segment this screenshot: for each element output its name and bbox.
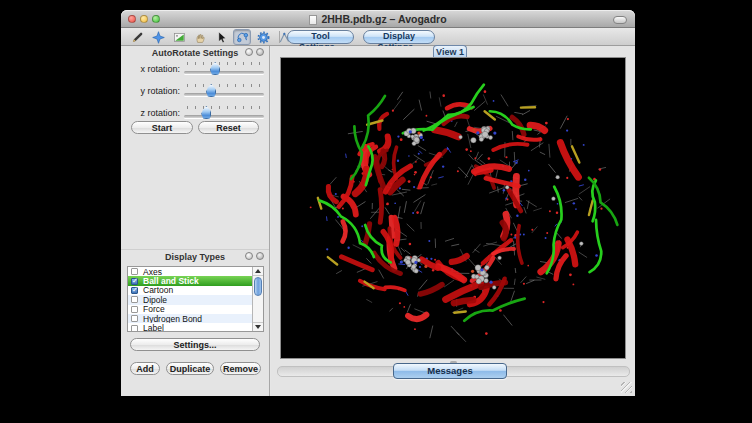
- panel-header-buttons: [245, 252, 264, 260]
- remove-button[interactable]: Remove: [220, 362, 261, 375]
- hemoglobin-molecule: [281, 58, 625, 358]
- display-type-label: Axes: [143, 267, 162, 276]
- display-types-panel-header[interactable]: Display Types: [121, 250, 269, 262]
- display-type-settings-button[interactable]: Settings...: [130, 338, 260, 351]
- slider-groove[interactable]: [184, 71, 264, 74]
- slider-groove[interactable]: [184, 115, 264, 118]
- toolbar: Tool Settings... Display Settings...: [121, 28, 635, 46]
- slider-ticks: [187, 84, 261, 87]
- slider-label: x rotation:: [127, 64, 180, 74]
- bond-centric-tool-button[interactable]: [170, 29, 188, 45]
- unchecked-checkbox-icon[interactable]: [131, 296, 138, 303]
- duplicate-button[interactable]: Duplicate: [166, 362, 214, 375]
- display-settings-button[interactable]: Display Settings...: [363, 30, 435, 44]
- scroll-up-arrow[interactable]: [253, 267, 263, 276]
- rotation-slider-row: y rotation:: [127, 80, 265, 102]
- unchecked-checkbox-icon[interactable]: [131, 268, 138, 275]
- float-panel-button[interactable]: [245, 48, 253, 56]
- slider-groove[interactable]: [184, 93, 264, 96]
- list-scrollbar[interactable]: [252, 267, 263, 331]
- toolbar-separator: [279, 31, 280, 43]
- checked-checkbox-icon[interactable]: [131, 287, 138, 294]
- auto-rotate-icon: [236, 31, 249, 44]
- checked-checkbox-icon[interactable]: [131, 278, 138, 285]
- close-panel-button[interactable]: [256, 252, 264, 260]
- auto-optimize-gear-icon: [257, 31, 270, 44]
- scroll-down-arrow[interactable]: [253, 322, 263, 331]
- slider-label: y rotation:: [127, 86, 180, 96]
- toolbar-toggle-button[interactable]: [613, 16, 627, 24]
- bond-centric-icon: [173, 31, 186, 44]
- display-type-row[interactable]: Label: [128, 323, 252, 332]
- unchecked-checkbox-icon[interactable]: [131, 315, 138, 322]
- display-types-panel: Display Types AxesBall and StickCartoonD…: [121, 249, 269, 396]
- slider-label: z rotation:: [127, 108, 180, 118]
- float-panel-button[interactable]: [245, 252, 253, 260]
- slider-ticks: [187, 62, 261, 65]
- display-type-label: Dipole: [143, 295, 167, 304]
- scroll-thumb[interactable]: [254, 277, 262, 296]
- pencil-icon: [131, 31, 144, 44]
- slider-track[interactable]: [184, 80, 264, 102]
- rotation-slider-row: x rotation:: [127, 58, 265, 80]
- tool-settings-button[interactable]: Tool Settings...: [287, 30, 354, 44]
- unchecked-checkbox-icon[interactable]: [131, 306, 138, 313]
- display-types-list: AxesBall and StickCartoonDipoleForceHydr…: [127, 266, 264, 332]
- selection-tool-button[interactable]: [212, 29, 230, 45]
- autorotate-panel-header[interactable]: AutoRotate Settings: [121, 46, 269, 58]
- display-type-row[interactable]: Dipole: [128, 295, 252, 304]
- add-button[interactable]: Add: [130, 362, 160, 375]
- document-icon: [309, 15, 317, 25]
- panel-header-buttons: [245, 48, 264, 56]
- display-type-row[interactable]: Axes: [128, 267, 252, 276]
- auto-rotate-tool-button[interactable]: [233, 29, 251, 45]
- close-panel-button[interactable]: [256, 48, 264, 56]
- slider-track[interactable]: [184, 58, 264, 80]
- auto-optimize-tool-button[interactable]: [254, 29, 272, 45]
- start-button[interactable]: Start: [131, 121, 193, 134]
- unchecked-checkbox-icon[interactable]: [131, 325, 138, 332]
- slider-ticks: [187, 106, 261, 109]
- main-area: AutoRotate Settings x rotation:y rotatio…: [121, 46, 635, 396]
- display-type-row[interactable]: Ball and Stick: [128, 276, 252, 285]
- display-type-label: Hydrogen Bond: [143, 314, 202, 323]
- titlebar[interactable]: 2HHB.pdb.gz – Avogadro: [121, 10, 635, 28]
- display-type-label: Ball and Stick: [143, 276, 199, 285]
- left-dock: AutoRotate Settings x rotation:y rotatio…: [121, 46, 270, 396]
- display-types-rows: AxesBall and StickCartoonDipoleForceHydr…: [128, 267, 252, 331]
- autorotate-panel: AutoRotate Settings x rotation:y rotatio…: [121, 46, 269, 246]
- avogadro-window: 2HHB.pdb.gz – Avogadro Tool Settings... …: [121, 10, 635, 396]
- manipulate-tool-button[interactable]: [191, 29, 209, 45]
- resize-grip[interactable]: [621, 382, 632, 393]
- display-type-row[interactable]: Cartoon: [128, 286, 252, 295]
- navigate-star-icon: [152, 31, 165, 44]
- display-type-label: Cartoon: [143, 286, 173, 295]
- manipulate-hand-icon: [194, 31, 207, 44]
- view-pane: View 1 Messages: [271, 46, 635, 396]
- draw-tool-button[interactable]: [128, 29, 146, 45]
- window-title: 2HHB.pdb.gz – Avogadro: [121, 13, 635, 25]
- navigate-tool-button[interactable]: [149, 29, 167, 45]
- display-type-label: Force: [143, 305, 165, 314]
- display-type-row[interactable]: Force: [128, 305, 252, 314]
- display-type-label: Label: [143, 323, 164, 332]
- select-cursor-icon: [215, 31, 228, 44]
- display-type-row[interactable]: Hydrogen Bond: [128, 314, 252, 323]
- reset-button[interactable]: Reset: [198, 121, 259, 134]
- messages-button[interactable]: Messages: [393, 363, 507, 379]
- gl-viewport[interactable]: [280, 57, 626, 359]
- window-title-text: 2HHB.pdb.gz – Avogadro: [321, 13, 446, 25]
